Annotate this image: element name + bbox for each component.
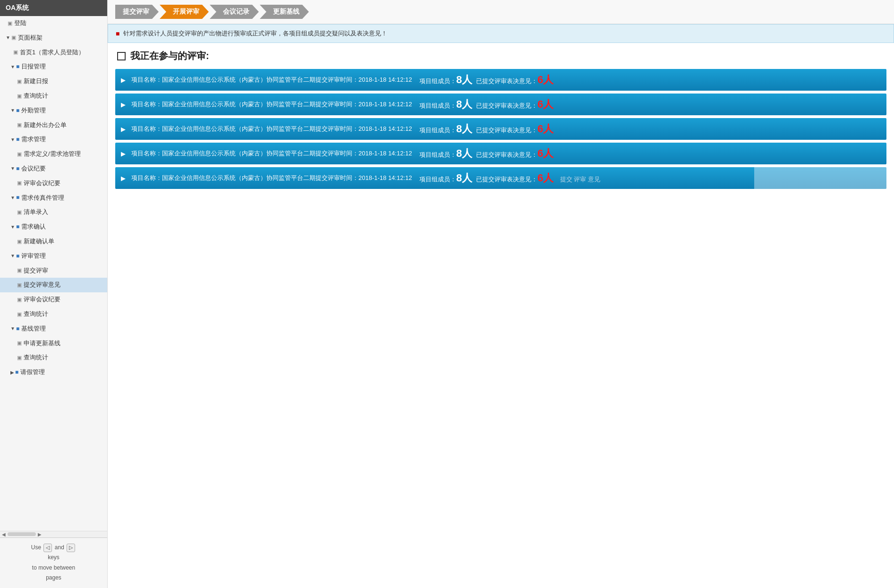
- sidebar-item-page-frame[interactable]: ▼ ▣ 页面框架: [0, 31, 107, 45]
- scroll-right-arrow[interactable]: ▶: [38, 532, 42, 537]
- opinions-count: 已提交评审表决意见：6人: [476, 73, 886, 87]
- app-title: OA系统: [0, 0, 107, 16]
- review-item[interactable]: ▶ 项目名称：国家企业信用信息公示系统（内蒙古）协同监管平台二期 提交评审时间：…: [115, 167, 886, 189]
- sidebar-item-query-stats2[interactable]: ▣ 查询统计: [0, 307, 107, 322]
- sidebar-item-submit-review-opinion[interactable]: ▣ 提交评审意见: [0, 278, 107, 292]
- sidebar-label: 需求管理: [21, 135, 46, 145]
- step-submit-review[interactable]: 提交评审: [115, 5, 159, 19]
- left-key-icon: ◁: [43, 544, 52, 552]
- sidebar-item-review-meeting-notes[interactable]: ▣ 评审会议纪要: [0, 292, 107, 307]
- time-label: 提交评审时间：: [315, 150, 358, 157]
- review-item[interactable]: ▶ 项目名称：国家企业信用信息公示系统（内蒙古）协同监管平台二期 提交评审时间：…: [115, 118, 886, 140]
- project-name: 项目名称：国家企业信用信息公示系统（内蒙古）协同监管平台二期: [131, 174, 315, 182]
- sidebar-item-leave-mgmt[interactable]: ▶ ■ 请假管理: [0, 365, 107, 380]
- arrow-down-icon: ▼: [6, 34, 10, 42]
- sidebar-label: 登陆: [14, 18, 26, 28]
- sidebar-label: 首页1（需求人员登陆）: [20, 48, 85, 58]
- sidebar-item-req-define[interactable]: ▣ 需求定义/需求池管理: [0, 147, 107, 162]
- sidebar-item-new-confirm[interactable]: ▣ 新建确认单: [0, 234, 107, 249]
- opinions-count: 已提交评审表决意见：6人: [476, 122, 886, 136]
- arrow-right-icon: ▶: [10, 369, 14, 376]
- members-count: 项目组成员：8人: [419, 97, 476, 111]
- sidebar-item-daily-mgmt[interactable]: ▼ ■ 日报管理: [0, 60, 107, 74]
- time-label: 提交评审时间：: [315, 101, 358, 108]
- arrow-down-icon: ▼: [10, 136, 15, 144]
- sidebar-label: 查询统计: [24, 91, 48, 101]
- sidebar-item-meeting-notes[interactable]: ▼ ■ 会议纪要: [0, 162, 107, 176]
- arrow-down-icon: ▼: [10, 325, 15, 332]
- hint-to-move: to move between: [32, 564, 75, 571]
- sidebar-item-apply-baseline[interactable]: ▣ 申请更新基线: [0, 336, 107, 351]
- opinions-count: 已提交评审表决意见：6人: [476, 97, 886, 111]
- members-label: 项目组成员：: [419, 102, 456, 109]
- sidebar: OA系统 ▣ 登陆 ▼ ▣ 页面框架 ▣ 首页1（需求人员登陆） ▼ ■ 日报管…: [0, 0, 108, 588]
- arrow-down-icon: ▼: [10, 107, 15, 114]
- arrow-down-icon: ▼: [10, 165, 15, 172]
- doc-icon: ▣: [17, 238, 22, 246]
- members-count: 项目组成员：8人: [419, 73, 476, 87]
- sidebar-item-req-docs-mgmt[interactable]: ▼ ■ 需求传真件管理: [0, 191, 107, 205]
- folder-icon: ■: [16, 106, 19, 115]
- horizontal-scrollbar[interactable]: ◀ ▶: [0, 531, 107, 537]
- sidebar-label: 新建外出办公单: [24, 120, 67, 130]
- info-text: 针对需求设计人员提交评审的产出物进行预审或正式评审，各项目组成员提交疑问以及表决…: [123, 29, 387, 38]
- doc-icon: ▣: [17, 354, 22, 362]
- opinions-label: 已提交评审表决意见：: [476, 102, 537, 109]
- doc-icon: ▣: [17, 179, 22, 187]
- step-label: 更新基线: [273, 8, 299, 16]
- sidebar-item-new-daily[interactable]: ▣ 新建日报: [0, 74, 107, 89]
- scroll-left-arrow[interactable]: ◀: [2, 532, 6, 537]
- info-banner: ■ 针对需求设计人员提交评审的产出物进行预审或正式评审，各项目组成员提交疑问以及…: [108, 24, 894, 43]
- time-label: 提交评审时间：: [315, 174, 358, 181]
- doc-icon: ▣: [17, 92, 22, 101]
- review-item[interactable]: ▶ 项目名称：国家企业信用信息公示系统（内蒙古）协同监管平台二期 提交评审时间：…: [115, 69, 886, 91]
- sidebar-item-login[interactable]: ▣ 登陆: [0, 16, 107, 31]
- arrow-down-icon: ▼: [10, 63, 15, 71]
- sidebar-item-baseline-mgmt[interactable]: ▼ ■ 基线管理: [0, 322, 107, 336]
- project-name: 项目名称：国家企业信用信息公示系统（内蒙古）协同监管平台二期: [131, 100, 315, 109]
- opinions-count: 已提交评审表决意见：6人 提交 评审 意见: [476, 171, 886, 185]
- members-label: 项目组成员：: [419, 176, 456, 183]
- folder-icon: ■: [16, 252, 19, 261]
- hint-use: Use: [31, 544, 43, 551]
- sidebar-item-review-meeting[interactable]: ▣ 评审会议纪要: [0, 176, 107, 191]
- review-item[interactable]: ▶ 项目名称：国家企业信用信息公示系统（内蒙古）协同监管平台二期 提交评审时间：…: [115, 143, 886, 164]
- members-label: 项目组成员：: [419, 77, 456, 85]
- hscroll-thumb[interactable]: [8, 532, 36, 536]
- doc-icon: ▣: [17, 77, 22, 86]
- sidebar-item-req-mgmt[interactable]: ▼ ■ 需求管理: [0, 132, 107, 147]
- arrow-down-icon: ▼: [10, 252, 15, 260]
- folder-icon: ■: [16, 62, 19, 71]
- step-update-baseline[interactable]: 更新基线: [260, 5, 309, 19]
- step-meeting-record[interactable]: 会议记录: [210, 5, 259, 19]
- step-label: 提交评审: [123, 8, 149, 16]
- project-label: 项目名称：: [131, 76, 162, 83]
- opinions-label: 已提交评审表决意见：: [476, 151, 537, 158]
- row-arrow-icon: ▶: [115, 175, 131, 182]
- sidebar-item-review-mgmt[interactable]: ▼ ■ 评审管理: [0, 249, 107, 264]
- sidebar-label: 查询统计: [24, 353, 48, 363]
- project-name: 项目名称：国家企业信用信息公示系统（内蒙古）协同监管平台二期: [131, 76, 315, 84]
- sidebar-label: 新建日报: [24, 77, 48, 86]
- sidebar-item-list-entry[interactable]: ▣ 清单录入: [0, 205, 107, 220]
- review-item[interactable]: ▶ 项目名称：国家企业信用信息公示系统（内蒙古）协同监管平台二期 提交评审时间：…: [115, 94, 886, 115]
- sidebar-label: 评审会议纪要: [24, 295, 60, 305]
- step-conduct-review[interactable]: 开展评审: [160, 5, 209, 19]
- sidebar-item-query-stats[interactable]: ▣ 查询统计: [0, 89, 107, 103]
- sidebar-item-query-stats3[interactable]: ▣ 查询统计: [0, 350, 107, 365]
- sidebar-item-home1[interactable]: ▣ 首页1（需求人员登陆）: [0, 45, 107, 60]
- sidebar-label: 会议纪要: [21, 164, 46, 174]
- sidebar-item-absence-mgmt[interactable]: ▼ ■ 外勤管理: [0, 103, 107, 118]
- sidebar-item-req-confirm[interactable]: ▼ ■ 需求确认: [0, 220, 107, 234]
- sidebar-item-new-absence[interactable]: ▣ 新建外出办公单: [0, 118, 107, 133]
- row-arrow-icon: ▶: [115, 101, 131, 108]
- hint-pages: pages: [46, 574, 61, 581]
- row-arrow-icon: ▶: [115, 150, 131, 157]
- sidebar-item-submit-review[interactable]: ▣ 提交评审: [0, 264, 107, 278]
- row-arrow-icon: ▶: [115, 77, 131, 84]
- section-title: 我正在参与的评审:: [108, 43, 894, 69]
- review-time: 提交评审时间：2018-1-18 14:12:12: [315, 149, 419, 158]
- sidebar-label: 提交评审意见: [24, 280, 60, 290]
- row-arrow-icon: ▶: [115, 126, 131, 133]
- doc-icon: ▣: [13, 48, 18, 57]
